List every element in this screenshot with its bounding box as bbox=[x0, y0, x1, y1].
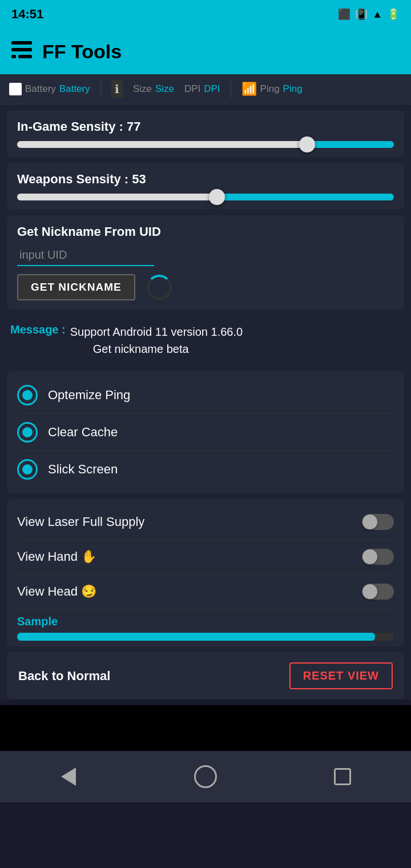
message-line1: Support Android 11 version 1.66.0 bbox=[70, 326, 243, 338]
weapons-thumb[interactable] bbox=[209, 189, 225, 205]
radio-inner-cache bbox=[22, 427, 33, 437]
menu-icon[interactable] bbox=[11, 41, 32, 63]
svg-rect-3 bbox=[11, 55, 16, 58]
wifi-icon: ▲ bbox=[372, 9, 382, 21]
radio-slick-screen[interactable]: Slick Screen bbox=[17, 451, 394, 488]
reset-view-button[interactable]: RESET VIEW bbox=[289, 662, 393, 689]
message-label: Message : bbox=[10, 323, 66, 357]
loading-spinner bbox=[147, 275, 172, 300]
main-content: Battery Battery ℹ Size Size DPI DPI 📶 Pi… bbox=[0, 74, 411, 700]
toggle-laser-label: View Laser Full Supply bbox=[17, 515, 144, 529]
battery-box-icon bbox=[9, 83, 22, 95]
progress-bar-track bbox=[17, 633, 394, 641]
toggle-hand-label: View Hand ✋ bbox=[17, 549, 96, 564]
battery-icon: 🔋 bbox=[387, 8, 400, 21]
uid-input[interactable] bbox=[17, 245, 154, 266]
progress-bar-fill bbox=[17, 633, 375, 641]
message-row: Message : Support Android 11 version 1.6… bbox=[0, 315, 411, 365]
size-active-label: Size bbox=[155, 83, 174, 95]
ping-wifi-icon: 📶 bbox=[241, 82, 257, 97]
vibrate-icon: 📳 bbox=[355, 8, 368, 21]
toolbar-info[interactable]: ℹ bbox=[111, 80, 123, 98]
ingame-sensity-label: In-Game Sensity : 77 bbox=[17, 119, 394, 134]
toggle-head-label: View Head 😏 bbox=[17, 584, 96, 599]
ping-label: Ping bbox=[260, 83, 280, 95]
toggle-hand-thumb bbox=[362, 549, 377, 564]
radio-outer-cache bbox=[17, 422, 38, 443]
back-arrow-icon bbox=[61, 767, 76, 786]
sample-label: Sample bbox=[17, 615, 394, 628]
radio-outer-optimize bbox=[17, 385, 38, 405]
toggle-head-switch[interactable] bbox=[362, 584, 394, 600]
divider-2 bbox=[231, 81, 231, 98]
svg-rect-0 bbox=[11, 41, 32, 45]
nickname-card: Get Nickname From UID GET NICKNAME bbox=[7, 215, 404, 310]
radio-inner-slick bbox=[22, 464, 33, 475]
battery-active-label: Battery bbox=[59, 83, 90, 95]
toolbar-size[interactable]: Size Size bbox=[133, 83, 174, 95]
toolbar-strip: Battery Battery ℹ Size Size DPI DPI 📶 Pi… bbox=[0, 74, 411, 105]
status-time: 14:51 bbox=[11, 7, 43, 22]
weapons-fill-white bbox=[17, 194, 217, 200]
divider-1 bbox=[100, 81, 101, 98]
svg-rect-1 bbox=[11, 48, 32, 51]
weapons-sensity-card: Weapons Sensity : 53 bbox=[7, 163, 404, 210]
toggle-head-thumb bbox=[362, 584, 377, 599]
bottom-nav bbox=[0, 751, 411, 802]
nav-back-button[interactable] bbox=[54, 762, 83, 791]
radio-options-card: Optemize Ping Clear Cache Slick Screen bbox=[7, 371, 404, 493]
toolbar-battery[interactable]: Battery Battery bbox=[9, 83, 90, 95]
ingame-sensity-track[interactable] bbox=[17, 141, 394, 148]
nav-home-button[interactable] bbox=[191, 762, 220, 791]
ingame-fill-blue bbox=[307, 141, 394, 148]
toolbar-ping[interactable]: 📶 Ping Ping bbox=[241, 82, 303, 97]
dpi-active-label: DPI bbox=[204, 83, 220, 95]
weapons-fill-blue bbox=[217, 194, 394, 200]
toggle-view-hand[interactable]: View Hand ✋ bbox=[17, 540, 394, 574]
message-line2: Get nickname beta bbox=[93, 343, 189, 355]
radio-label-cache: Clear Cache bbox=[48, 425, 118, 440]
info-icon: ℹ bbox=[111, 80, 123, 98]
cast-icon: ⬛ bbox=[338, 8, 350, 21]
toggle-laser-thumb bbox=[362, 515, 377, 529]
ingame-sensity-card: In-Game Sensity : 77 bbox=[7, 110, 404, 157]
radio-clear-cache[interactable]: Clear Cache bbox=[17, 414, 394, 451]
weapons-sensity-label: Weapons Sensity : 53 bbox=[17, 172, 394, 187]
size-label: Size bbox=[133, 83, 152, 95]
battery-label: Battery bbox=[25, 83, 56, 95]
toggle-view-head[interactable]: View Head 😏 bbox=[17, 574, 394, 609]
ingame-thumb[interactable] bbox=[299, 136, 315, 152]
ping-active-label: Ping bbox=[283, 83, 303, 95]
radio-label-optimize: Optemize Ping bbox=[48, 388, 130, 403]
toolbar-dpi[interactable]: DPI DPI bbox=[184, 83, 220, 95]
svg-rect-2 bbox=[18, 55, 32, 58]
bottom-action-bar: Back to Normal RESET VIEW bbox=[7, 652, 404, 700]
toggle-options-card: View Laser Full Supply View Hand ✋ View … bbox=[7, 499, 404, 646]
radio-label-slick: Slick Screen bbox=[48, 462, 118, 477]
black-spacer bbox=[0, 705, 411, 751]
toggle-view-laser[interactable]: View Laser Full Supply bbox=[17, 505, 394, 540]
app-bar: FF Tools bbox=[0, 29, 411, 74]
toggle-laser-switch[interactable] bbox=[362, 514, 394, 530]
weapons-sensity-track[interactable] bbox=[17, 194, 394, 200]
back-normal-label: Back to Normal bbox=[18, 669, 110, 684]
radio-optimize-ping[interactable]: Optemize Ping bbox=[17, 377, 394, 414]
ingame-fill-white bbox=[17, 141, 307, 148]
get-nickname-button[interactable]: GET NICKNAME bbox=[17, 274, 135, 300]
get-nickname-row: GET NICKNAME bbox=[17, 274, 394, 300]
radio-outer-slick bbox=[17, 459, 38, 480]
message-text: Support Android 11 version 1.66.0 Get ni… bbox=[70, 323, 243, 357]
recents-square-icon bbox=[334, 768, 351, 785]
status-bar: 14:51 ⬛ 📳 ▲ 🔋 bbox=[0, 0, 411, 29]
status-icons: ⬛ 📳 ▲ 🔋 bbox=[338, 8, 400, 21]
nav-recents-button[interactable] bbox=[328, 762, 357, 791]
home-circle-icon bbox=[194, 765, 217, 788]
nickname-title: Get Nickname From UID bbox=[17, 224, 394, 239]
app-title: FF Tools bbox=[42, 41, 122, 63]
radio-inner-optimize bbox=[22, 390, 33, 400]
dpi-label: DPI bbox=[184, 83, 200, 95]
toggle-hand-switch[interactable] bbox=[362, 549, 394, 565]
